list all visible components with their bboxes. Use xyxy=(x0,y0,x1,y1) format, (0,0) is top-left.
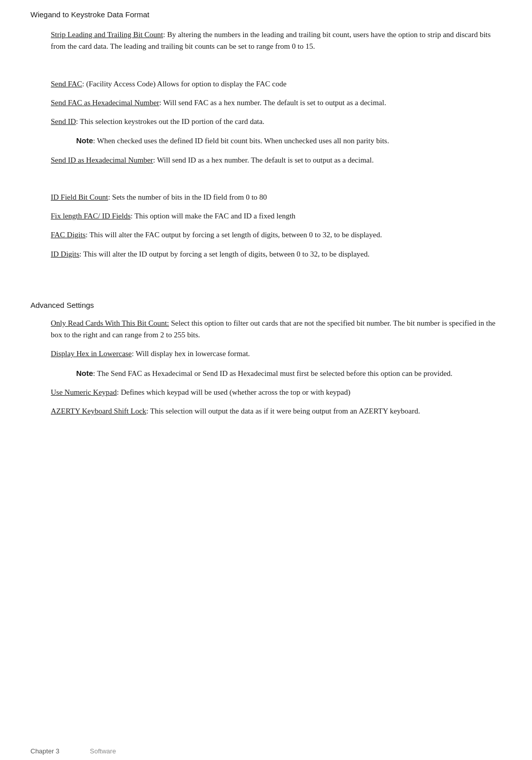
section-send-id: Send ID: This selection keystrokes out t… xyxy=(30,116,502,147)
section-display-hex-lowercase-text: Display Hex in Lowercase: Will display h… xyxy=(51,348,502,360)
footer-software: Software xyxy=(90,747,116,755)
page-container: Wiegand to Keystroke Data Format Strip L… xyxy=(0,0,532,465)
section-id-digits: ID Digits: This will alter the ID output… xyxy=(30,248,502,260)
note-display-hex-text: Note: The Send FAC as Hexadecimal or Sen… xyxy=(76,367,502,379)
page-title: Wiegand to Keystroke Data Format xyxy=(30,10,502,19)
section-fix-length: Fix length FAC/ ID Fields: This option w… xyxy=(30,210,502,222)
note-send-id: Note: When checked uses the defined ID f… xyxy=(76,135,502,147)
term-id-digits: ID Digits xyxy=(51,250,79,258)
section-send-id-hex: Send ID as Hexadecimal Number: Will send… xyxy=(30,154,502,166)
note-display-hex: Note: The Send FAC as Hexadecimal or Sen… xyxy=(76,367,502,379)
section-send-id-text: Send ID: This selection keystrokes out t… xyxy=(51,116,502,128)
section-send-id-hex-text: Send ID as Hexadecimal Number: Will send… xyxy=(51,154,502,166)
term-use-numeric-keypad: Use Numeric Keypad xyxy=(51,388,117,396)
term-send-id: Send ID xyxy=(51,117,76,125)
section-id-digits-text: ID Digits: This will alter the ID output… xyxy=(51,248,502,260)
section-send-fac-hex: Send FAC as Hexadecimal Number: Will sen… xyxy=(30,97,502,109)
section-fix-length-text: Fix length FAC/ ID Fields: This option w… xyxy=(51,210,502,222)
note-display-hex-label: Note xyxy=(76,369,93,377)
section-azerty-keyboard-text: AZERTY Keyboard Shift Lock: This selecti… xyxy=(51,405,502,417)
section-fac-digits: FAC Digits: This will alter the FAC outp… xyxy=(30,229,502,241)
section-azerty-keyboard: AZERTY Keyboard Shift Lock: This selecti… xyxy=(30,405,502,417)
term-only-read-cards: Only Read Cards With This Bit Count: xyxy=(51,319,169,327)
section-strip-leading: Strip Leading and Trailing Bit Count: By… xyxy=(30,29,502,53)
section-fac-digits-text: FAC Digits: This will alter the FAC outp… xyxy=(51,229,502,241)
section-display-hex-lowercase: Display Hex in Lowercase: Will display h… xyxy=(30,348,502,379)
section-send-fac-text: Send FAC: (Facility Access Code) Allows … xyxy=(51,78,502,90)
note-send-id-label: Note xyxy=(76,136,93,145)
term-send-id-hex: Send ID as Hexadecimal Number xyxy=(51,156,153,164)
term-send-fac: Send FAC xyxy=(51,80,82,88)
footer: Chapter 3 Software xyxy=(0,747,532,755)
section-use-numeric-keypad: Use Numeric Keypad: Defines which keypad… xyxy=(30,387,502,398)
term-display-hex-lowercase: Display Hex in Lowercase xyxy=(51,350,132,358)
section-id-field-bit-count-text: ID Field Bit Count: Sets the number of b… xyxy=(51,192,502,203)
section-id-field-bit-count: ID Field Bit Count: Sets the number of b… xyxy=(30,192,502,203)
section-strip-leading-text: Strip Leading and Trailing Bit Count: By… xyxy=(51,29,502,53)
footer-chapter: Chapter 3 xyxy=(30,747,59,755)
term-send-fac-hex: Send FAC as Hexadecimal Number xyxy=(51,99,159,107)
term-azerty-keyboard: AZERTY Keyboard Shift Lock xyxy=(51,407,146,415)
section-use-numeric-keypad-text: Use Numeric Keypad: Defines which keypad… xyxy=(51,387,502,398)
term-id-field-bit-count: ID Field Bit Count xyxy=(51,193,108,201)
term-strip-leading: Strip Leading and Trailing Bit Count xyxy=(51,30,163,39)
advanced-settings-header: Advanced Settings xyxy=(30,301,502,309)
term-fac-digits: FAC Digits xyxy=(51,231,86,239)
note-send-id-text: Note: When checked uses the defined ID f… xyxy=(76,135,502,147)
section-send-fac: Send FAC: (Facility Access Code) Allows … xyxy=(30,78,502,90)
section-send-fac-hex-text: Send FAC as Hexadecimal Number: Will sen… xyxy=(51,97,502,109)
section-only-read-cards: Only Read Cards With This Bit Count: Sel… xyxy=(30,318,502,341)
section-only-read-cards-text: Only Read Cards With This Bit Count: Sel… xyxy=(51,318,502,341)
term-fix-length: Fix length FAC/ ID Fields xyxy=(51,212,130,220)
